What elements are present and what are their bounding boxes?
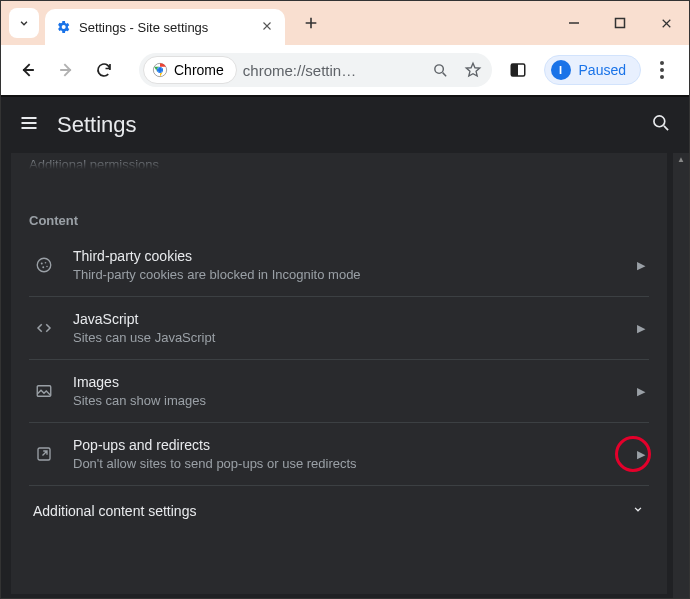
zoom-button[interactable] — [428, 62, 454, 79]
omnibox-url: chrome://settin… — [243, 62, 422, 79]
popup-icon — [33, 445, 55, 463]
row-subtitle: Don't allow sites to send pop-ups or use… — [73, 456, 619, 471]
svg-point-6 — [435, 64, 444, 73]
row-title: Pop-ups and redirects — [73, 437, 619, 453]
hamburger-icon — [19, 113, 39, 133]
svg-rect-0 — [616, 19, 625, 28]
svg-point-17 — [46, 266, 48, 268]
star-icon — [464, 61, 482, 79]
tab-search-button[interactable] — [9, 8, 39, 38]
page-content: Settings Additional permissions Content … — [1, 95, 689, 598]
row-subtitle: Sites can show images — [73, 393, 619, 408]
tab-close-button[interactable] — [259, 19, 275, 35]
chrome-menu-button[interactable] — [645, 61, 679, 79]
bookmark-button[interactable] — [460, 61, 486, 79]
row-title: Images — [73, 374, 619, 390]
svg-point-15 — [45, 262, 47, 264]
settings-search-button[interactable] — [651, 113, 671, 137]
zoom-icon — [432, 62, 449, 79]
row-title: Additional content settings — [33, 503, 196, 519]
scroll-up-icon: ▲ — [676, 155, 686, 164]
svg-point-9 — [660, 61, 664, 65]
cookie-icon — [33, 256, 55, 274]
row-images[interactable]: Images Sites can show images ▶ — [29, 359, 649, 422]
gear-icon — [55, 19, 71, 35]
window-controls — [551, 1, 689, 45]
chevron-down-icon — [17, 16, 31, 30]
nav-reload-button[interactable] — [87, 53, 121, 87]
row-additional-permissions[interactable]: Additional permissions — [29, 153, 649, 169]
arrow-right-icon — [56, 60, 76, 80]
browser-tab[interactable]: Settings - Site settings — [45, 9, 285, 45]
image-icon — [33, 382, 55, 400]
security-chip-label: Chrome — [174, 62, 224, 78]
scrollbar[interactable]: ▲ — [673, 153, 689, 598]
row-additional-content-settings[interactable]: Additional content settings — [29, 485, 649, 535]
arrow-left-icon — [18, 60, 38, 80]
security-chip[interactable]: Chrome — [143, 56, 237, 84]
chevron-right-icon: ▶ — [637, 322, 645, 335]
svg-point-5 — [158, 68, 162, 72]
section-label-content: Content — [29, 213, 649, 228]
settings-menu-button[interactable] — [19, 113, 39, 137]
profile-status: Paused — [579, 62, 626, 78]
row-javascript[interactable]: JavaScript Sites can use JavaScript ▶ — [29, 296, 649, 359]
window-maximize-button[interactable] — [597, 1, 643, 45]
svg-point-10 — [660, 68, 664, 72]
svg-point-12 — [654, 116, 665, 127]
close-icon — [261, 20, 273, 32]
browser-toolbar: Chrome chrome://settin… I Paused — [1, 45, 689, 95]
reload-icon — [95, 61, 113, 79]
svg-point-16 — [42, 266, 44, 268]
tab-title: Settings - Site settings — [79, 20, 251, 35]
svg-point-14 — [41, 263, 43, 265]
maximize-icon — [614, 17, 626, 29]
code-icon — [33, 319, 55, 337]
search-icon — [651, 113, 671, 133]
chevron-down-icon — [631, 502, 645, 519]
annotation-highlight — [615, 436, 651, 472]
nav-back-button[interactable] — [11, 53, 45, 87]
chrome-logo-icon — [152, 62, 168, 78]
row-third-party-cookies[interactable]: Third-party cookies Third-party cookies … — [29, 234, 649, 296]
row-subtitle: Sites can use JavaScript — [73, 330, 619, 345]
row-subtitle: Third-party cookies are blocked in Incog… — [73, 267, 619, 282]
svg-rect-8 — [511, 64, 518, 76]
profile-chip[interactable]: I Paused — [544, 55, 641, 85]
chevron-right-icon: ▶ — [637, 385, 645, 398]
side-panel-icon — [509, 61, 527, 79]
settings-header: Settings — [1, 97, 689, 153]
chevron-right-icon: ▶ — [637, 448, 645, 461]
window-titlebar: Settings - Site settings — [1, 1, 689, 45]
svg-rect-18 — [37, 386, 51, 397]
kebab-icon — [660, 61, 664, 79]
omnibox[interactable]: Chrome chrome://settin… — [139, 53, 492, 87]
window-minimize-button[interactable] — [551, 1, 597, 45]
row-title: JavaScript — [73, 311, 619, 327]
avatar: I — [551, 60, 571, 80]
svg-point-11 — [660, 75, 664, 79]
side-panel-button[interactable] — [504, 56, 532, 84]
row-title: Third-party cookies — [73, 248, 619, 264]
plus-icon — [303, 15, 319, 31]
minimize-icon — [568, 17, 580, 29]
new-tab-button[interactable] — [295, 7, 327, 39]
nav-forward-button[interactable] — [49, 53, 83, 87]
svg-point-13 — [37, 258, 51, 272]
chevron-right-icon: ▶ — [637, 259, 645, 272]
row-popups-redirects[interactable]: Pop-ups and redirects Don't allow sites … — [29, 422, 649, 485]
window-close-button[interactable] — [643, 1, 689, 45]
page-title: Settings — [57, 112, 651, 138]
settings-panel: Additional permissions Content Third-par… — [11, 153, 667, 594]
close-icon — [660, 17, 673, 30]
